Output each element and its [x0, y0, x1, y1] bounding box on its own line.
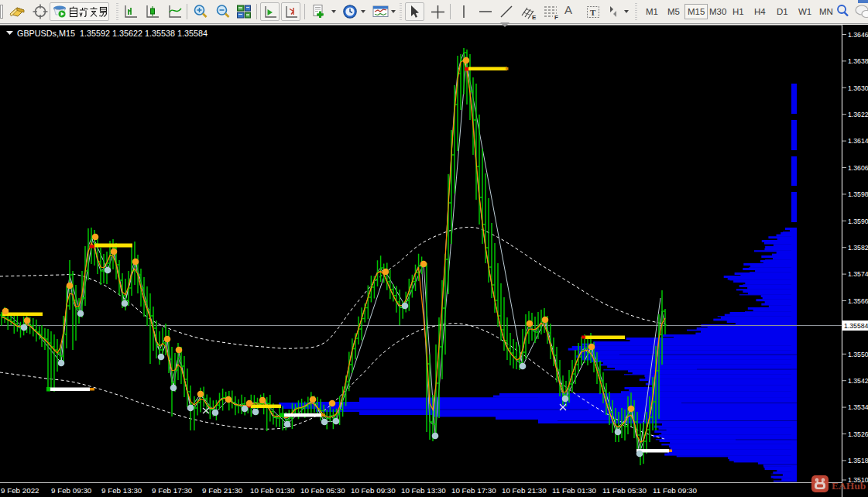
svg-text:1.3598: 1.3598	[848, 190, 868, 198]
svg-text:10 Feb 05:30: 10 Feb 05:30	[300, 486, 345, 495]
svg-text:1.3526: 1.3526	[848, 430, 868, 438]
svg-text:1.35584: 1.35584	[844, 322, 868, 330]
svg-text:1.3590: 1.3590	[848, 218, 868, 225]
svg-text:GBPUSDs,M15 1.35592 1.35622 1: GBPUSDs,M15 1.35592 1.35622 1.35538 1.35…	[17, 29, 208, 38]
svg-text:1.3638: 1.3638	[848, 57, 868, 65]
svg-text:11 Feb 05:30: 11 Feb 05:30	[602, 486, 647, 495]
svg-text:9 Feb 21:30: 9 Feb 21:30	[202, 486, 243, 495]
svg-text:10 Feb 13:30: 10 Feb 13:30	[401, 486, 446, 495]
svg-text:9 Feb 17:30: 9 Feb 17:30	[152, 486, 193, 495]
svg-text:10 Feb 21:30: 10 Feb 21:30	[502, 486, 547, 495]
svg-text:1.3542: 1.3542	[848, 377, 868, 385]
svg-text:9 Feb 09:30: 9 Feb 09:30	[51, 486, 92, 495]
svg-text:1.3582: 1.3582	[848, 244, 868, 252]
svg-text:1.3518: 1.3518	[848, 457, 868, 464]
svg-text:1.3614: 1.3614	[848, 137, 868, 145]
svg-text:1.3534: 1.3534	[848, 403, 868, 411]
svg-text:9 Feb 13:30: 9 Feb 13:30	[101, 486, 142, 495]
svg-text:11 Feb 09:30: 11 Feb 09:30	[653, 486, 698, 495]
svg-text:1.3566: 1.3566	[848, 297, 868, 305]
svg-text:1.3606: 1.3606	[848, 164, 868, 172]
svg-text:1.3574: 1.3574	[848, 270, 868, 278]
svg-text:E: E	[532, 14, 537, 21]
svg-text:1.3646: 1.3646	[848, 31, 868, 39]
svg-text:10 Feb 09:30: 10 Feb 09:30	[351, 486, 396, 495]
svg-text:11 Feb 01:30: 11 Feb 01:30	[552, 486, 597, 495]
svg-text:F: F	[554, 14, 558, 21]
svg-text:1.3630: 1.3630	[848, 84, 868, 92]
svg-text:10 Feb 01:30: 10 Feb 01:30	[250, 486, 295, 495]
svg-text:EAHub: EAHub	[832, 480, 866, 492]
svg-text:10 Feb 17:30: 10 Feb 17:30	[451, 486, 496, 495]
svg-text:T: T	[590, 8, 596, 17]
svg-text:1.3550: 1.3550	[848, 351, 868, 358]
svg-text:9 Feb 2022: 9 Feb 2022	[1, 486, 39, 495]
svg-text:1.3622: 1.3622	[848, 111, 868, 118]
